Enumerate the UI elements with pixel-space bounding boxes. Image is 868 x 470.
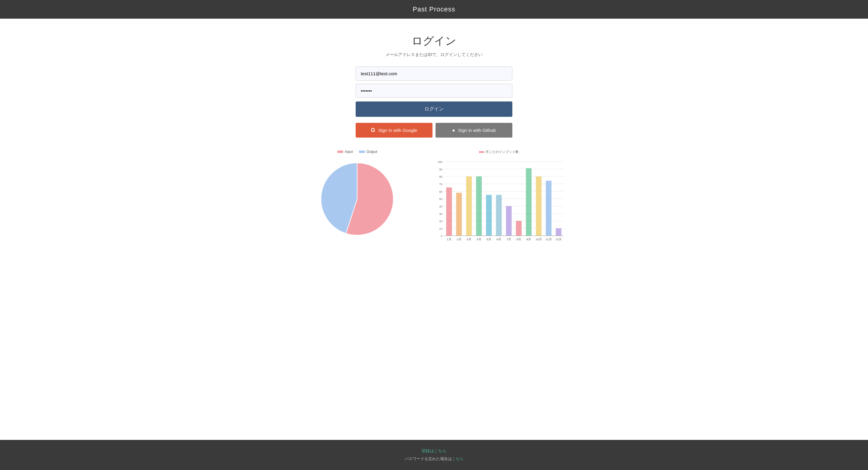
pie-chart-container: Input Output [299, 149, 416, 241]
social-buttons: G Sign in with Google ● Sign in with Git… [355, 123, 513, 138]
pie-legend-output-color [359, 150, 365, 153]
footer: 登録はこちら パスワードを忘れた場合はこちら [0, 440, 868, 470]
svg-text:40: 40 [439, 205, 442, 208]
svg-text:11月: 11月 [546, 238, 552, 241]
svg-text:7月: 7月 [506, 238, 511, 241]
github-signin-button[interactable]: ● Sign in with Github [435, 123, 513, 138]
svg-text:4月: 4月 [476, 238, 481, 241]
svg-text:6月: 6月 [496, 238, 501, 241]
svg-rect-38 [526, 168, 531, 236]
github-signin-label: Sign in with Github [458, 128, 496, 133]
login-title: ログイン [412, 34, 456, 48]
svg-text:30: 30 [439, 212, 442, 215]
pie-legend-output-label: Output [367, 149, 377, 154]
pie-legend-output: Output [359, 149, 377, 154]
bar-legend-color [479, 151, 484, 153]
svg-rect-44 [556, 229, 561, 236]
svg-text:90: 90 [439, 168, 442, 171]
svg-rect-42 [546, 181, 551, 236]
bar-legend-label: 月ごとのインプット数 [486, 149, 519, 154]
svg-rect-26 [466, 176, 472, 236]
svg-text:5月: 5月 [487, 238, 491, 241]
app-title: Past Process [412, 5, 456, 13]
svg-text:20: 20 [439, 220, 442, 223]
svg-rect-40 [536, 176, 541, 236]
svg-text:9月: 9月 [526, 238, 531, 241]
google-signin-button[interactable]: G Sign in with Google [355, 123, 433, 138]
svg-text:0: 0 [441, 234, 442, 238]
svg-rect-34 [506, 206, 512, 236]
svg-rect-28 [476, 176, 482, 236]
svg-rect-36 [516, 221, 521, 236]
svg-text:60: 60 [439, 190, 442, 193]
login-form: ログイン [355, 67, 513, 117]
email-input[interactable] [355, 67, 513, 81]
forgot-password-link[interactable]: こちら [452, 457, 464, 461]
google-signin-label: Sign in with Google [378, 128, 417, 133]
svg-text:2月: 2月 [457, 238, 461, 241]
github-icon: ● [452, 128, 455, 133]
svg-rect-32 [496, 195, 501, 236]
bar-legend-item: 月ごとのインプット数 [479, 149, 519, 154]
svg-text:12月: 12月 [555, 238, 562, 241]
pie-legend-input: Input [337, 149, 353, 154]
password-input[interactable] [355, 84, 513, 98]
forgot-password-text: パスワードを忘れた場合はこちら [0, 456, 868, 462]
svg-text:80: 80 [439, 175, 442, 178]
pie-legend-input-color [337, 150, 343, 153]
svg-rect-22 [446, 188, 452, 236]
pie-legend: Input Output [337, 149, 377, 154]
bar-chart-svg: 01020304050607080901001月2月3月4月5月6月7月8月9月… [428, 158, 569, 249]
google-icon: G [371, 127, 375, 133]
bar-chart-legend: 月ごとのインプット数 [479, 149, 519, 154]
svg-text:10: 10 [439, 227, 442, 230]
register-link[interactable]: 登録はこちら [0, 448, 868, 454]
svg-text:50: 50 [439, 197, 442, 201]
svg-text:10月: 10月 [535, 238, 542, 241]
svg-text:70: 70 [439, 182, 442, 186]
svg-text:100: 100 [438, 160, 442, 164]
svg-rect-30 [486, 195, 492, 236]
svg-text:8月: 8月 [516, 238, 521, 241]
pie-legend-input-label: Input [345, 149, 353, 154]
charts-section: Input Output [299, 149, 569, 249]
svg-text:3月: 3月 [467, 238, 471, 241]
main-content: ログイン メールアドレスまたはIDで、ログインしてください ログイン G Sig… [0, 19, 868, 440]
login-subtitle: メールアドレスまたはIDで、ログインしてください [385, 52, 483, 58]
pie-chart-svg [315, 157, 399, 241]
bar-chart-container: 月ごとのインプット数 01020304050607080901001月2月3月4… [428, 149, 569, 249]
bar-chart-title: 月ごとのインプット数 [479, 149, 519, 157]
login-button[interactable]: ログイン [355, 101, 513, 117]
svg-text:1月: 1月 [447, 238, 451, 241]
svg-rect-24 [456, 193, 462, 236]
